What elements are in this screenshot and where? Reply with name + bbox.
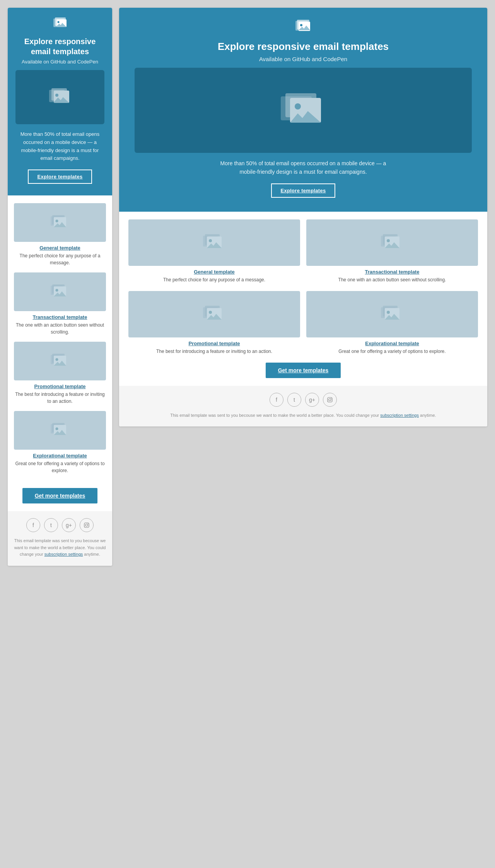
explorational-template-desc-desktop: Great one for offering a variety of opti…: [306, 348, 478, 355]
mobile-templates-grid: General template The perfect choice for …: [14, 203, 106, 474]
svg-point-53: [331, 398, 332, 399]
desktop-footer-text-after: anytime.: [419, 413, 436, 418]
desktop-get-more-section: Get more templates: [119, 359, 487, 386]
list-item: General template The perfect choice for …: [14, 203, 106, 266]
mobile-social-icons: f t g+: [14, 518, 106, 532]
desktop-get-more-button[interactable]: Get more templates: [266, 363, 341, 378]
template-thumb-general-desktop: [128, 219, 300, 266]
svg-point-11: [56, 220, 58, 223]
promotional-template-desc-desktop: The best for introducing a feature or in…: [128, 348, 300, 355]
general-template-desc-mobile: The perfect choice for any purpose of a …: [14, 252, 106, 266]
mobile-get-more-button[interactable]: Get more templates: [22, 488, 98, 503]
list-item: Explorational template Great one for off…: [14, 411, 106, 474]
instagram-icon-desktop[interactable]: [323, 393, 337, 407]
desktop-footer: f t g+ This email template was sent to y…: [119, 386, 487, 427]
template-thumb-explorational-mobile: [14, 411, 106, 450]
svg-point-30: [300, 24, 302, 26]
facebook-icon-mobile[interactable]: f: [26, 518, 40, 532]
googleplus-icon-desktop[interactable]: g+: [305, 393, 319, 407]
desktop-footer-text-before: This email template was sent to you beco…: [170, 413, 380, 418]
facebook-icon-desktop[interactable]: f: [270, 393, 283, 407]
desktop-hero-image: [135, 68, 472, 153]
general-template-link-mobile[interactable]: General template: [14, 245, 106, 251]
desktop-hero-subtitle: Available on GitHub and CodePen: [135, 56, 472, 62]
svg-point-7: [55, 94, 58, 97]
svg-point-23: [56, 428, 58, 430]
desktop-footer-text: This email template was sent to you beco…: [125, 412, 481, 419]
transactional-template-desc-desktop: The one with an action button seen witho…: [306, 276, 478, 283]
mobile-hero-image: [15, 70, 104, 124]
desktop-templates-grid: General template The perfect choice for …: [119, 212, 487, 359]
template-thumb-transactional-desktop: [306, 219, 478, 266]
desktop-subscription-link[interactable]: subscription settings: [380, 413, 419, 418]
template-thumb-promotional-mobile: [14, 342, 106, 380]
template-thumb-general-mobile: [14, 203, 106, 242]
desktop-hero-title: Explore responsive email templates: [135, 40, 472, 53]
twitter-icon-desktop[interactable]: t: [287, 393, 301, 407]
mobile-footer-text: This email template was sent to you beco…: [14, 538, 106, 558]
mobile-hero-title: Explore responsive email templates: [15, 36, 104, 56]
hero-icon-desktop: [135, 19, 472, 36]
svg-point-52: [329, 399, 331, 401]
desktop-templates-section: General template The perfect choice for …: [119, 212, 487, 359]
promotional-template-desc-mobile: The best for introducing a feature or in…: [14, 391, 106, 405]
page-wrapper: Explore responsive email templates Avail…: [8, 8, 487, 860]
promotional-template-link-desktop[interactable]: Promotional template: [128, 341, 300, 346]
desktop-social-icons: f t g+: [125, 393, 481, 407]
list-item: Transactional template The one with an a…: [14, 272, 106, 336]
googleplus-icon-mobile[interactable]: g+: [62, 518, 76, 532]
general-template-desc-desktop: The perfect choice for any purpose of a …: [128, 276, 300, 283]
list-item: Promotional template The best for introd…: [14, 342, 106, 405]
instagram-icon-mobile[interactable]: [80, 518, 94, 532]
svg-point-46: [209, 311, 212, 314]
promotional-template-link-mobile[interactable]: Promotional template: [14, 383, 106, 389]
svg-point-15: [56, 289, 58, 292]
svg-point-19: [56, 358, 58, 361]
mobile-column: Explore responsive email templates Avail…: [8, 8, 112, 566]
mobile-get-more-section: Get more templates: [8, 480, 112, 511]
svg-point-26: [88, 524, 89, 524]
mobile-templates-section: General template The perfect choice for …: [8, 195, 112, 480]
general-template-link-desktop[interactable]: General template: [128, 269, 300, 275]
explorational-template-link-desktop[interactable]: Explorational template: [306, 341, 478, 346]
svg-point-38: [209, 239, 212, 242]
svg-point-42: [387, 239, 390, 242]
mobile-footer-text-after: anytime.: [83, 552, 100, 556]
mobile-hero: Explore responsive email templates Avail…: [8, 8, 112, 195]
mobile-subscription-link[interactable]: subscription settings: [44, 552, 83, 556]
template-thumb-explorational-desktop: [306, 291, 478, 337]
desktop-hero: Explore responsive email templates Avail…: [119, 8, 487, 212]
desktop-hero-desc: More than 50% of total email opens occur…: [218, 159, 388, 176]
svg-point-3: [58, 21, 60, 23]
mobile-explore-button[interactable]: Explore templates: [28, 169, 92, 184]
explorational-template-desc-mobile: Great one for offering a variety of opti…: [14, 460, 106, 474]
list-item: Promotional template The best for introd…: [128, 291, 300, 355]
twitter-icon-mobile[interactable]: t: [44, 518, 58, 532]
transactional-template-link-mobile[interactable]: Transactional template: [14, 314, 106, 320]
desktop-explore-button[interactable]: Explore templates: [271, 183, 335, 198]
list-item: Transactional template The one with an a…: [306, 219, 478, 283]
mobile-hero-subtitle: Available on GitHub and CodePen: [15, 59, 104, 65]
template-thumb-transactional-mobile: [14, 272, 106, 311]
mobile-hero-desc: More than 50% of total email opens occur…: [15, 130, 104, 163]
hero-icon-mobile: [15, 17, 104, 33]
list-item: Explorational template Great one for off…: [306, 291, 478, 355]
svg-point-34: [295, 103, 301, 110]
transactional-template-link-desktop[interactable]: Transactional template: [306, 269, 478, 275]
mobile-footer: f t g+ This email template was sent to y…: [8, 511, 112, 566]
svg-point-25: [85, 524, 88, 526]
desktop-column: Explore responsive email templates Avail…: [119, 8, 487, 426]
transactional-template-desc-mobile: The one with an action button seen witho…: [14, 322, 106, 336]
svg-rect-24: [84, 523, 89, 527]
template-thumb-promotional-desktop: [128, 291, 300, 337]
svg-rect-51: [328, 397, 332, 402]
explorational-template-link-mobile[interactable]: Explorational template: [14, 453, 106, 459]
list-item: General template The perfect choice for …: [128, 219, 300, 283]
svg-point-50: [387, 311, 390, 314]
